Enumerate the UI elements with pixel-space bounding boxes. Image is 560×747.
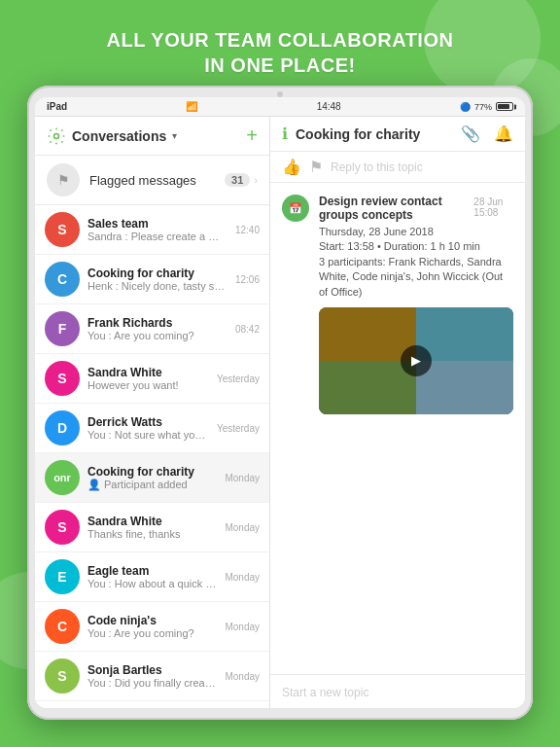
avatar: S xyxy=(45,658,80,694)
video-cell xyxy=(319,361,416,414)
avatar: F xyxy=(45,311,80,346)
camera-dot xyxy=(277,91,283,97)
avatar: S xyxy=(45,361,80,396)
flag-icon: ⚑ xyxy=(47,163,80,196)
conv-name: Eagle team xyxy=(88,564,217,578)
new-conversation-button[interactable]: + xyxy=(246,124,258,147)
participant-icon: 👤 xyxy=(88,479,101,491)
chevron-down-icon: ▾ xyxy=(172,130,177,141)
video-cell xyxy=(416,361,513,414)
conversations-label: Conversations xyxy=(72,128,166,144)
conv-time: 08:42 xyxy=(235,324,260,335)
ipad-frame: iPad 📶 14:48 🔵 77% xyxy=(27,86,533,720)
conv-preview: You : Are you coming? xyxy=(88,330,228,341)
status-bar: iPad 📶 14:48 🔵 77% xyxy=(35,97,525,117)
bottom-bar: Start a new topic xyxy=(270,674,525,708)
conv-preview: Thanks fine, thanks xyxy=(88,528,217,540)
list-item[interactable]: D Derrick Watts You : Not sure what you … xyxy=(35,404,269,453)
battery-pct: 77% xyxy=(474,102,492,112)
conv-info: Sandra White Thanks fine, thanks xyxy=(88,515,217,540)
header-text: ALL YOUR TEAM COLLABORATION IN ONE PLACE… xyxy=(0,27,560,78)
flagged-label: Flagged messages xyxy=(89,173,196,188)
conv-info: Code ninja's You : Are you coming? xyxy=(88,614,217,639)
avatar: C xyxy=(45,609,80,644)
conv-preview: You : Not sure what you mean xyxy=(88,429,209,441)
flagged-right: 31 › xyxy=(225,173,258,187)
conv-name: Cooking for charity xyxy=(88,465,217,479)
video-cell xyxy=(416,307,513,361)
conv-time: Monday xyxy=(225,473,260,483)
list-item[interactable]: S Sales team Sandra : Please create a me… xyxy=(35,205,269,255)
attachment-icon[interactable]: 📎 xyxy=(461,124,480,143)
flag-button[interactable]: ⚑ xyxy=(309,158,323,176)
main-content: Conversations ▾ + ⚑ Flagged messages 31 … xyxy=(35,117,525,708)
right-panel: ℹ Cooking for charity 📎 🔔 👍 ⚑ Reply to t… xyxy=(270,117,525,708)
conv-preview: You : Did you finally created the re... xyxy=(88,677,217,689)
list-item[interactable]: onr Cooking for charity 👤 Participant ad… xyxy=(35,453,269,503)
list-item[interactable]: C Cooking for charity Henk : Nicely done… xyxy=(35,255,269,304)
bluetooth-icon: 🔵 xyxy=(460,102,471,112)
conv-time: Monday xyxy=(225,522,260,533)
conv-name: Sales team xyxy=(88,217,228,231)
info-icon[interactable]: ℹ xyxy=(282,124,288,143)
avatar: onr xyxy=(45,460,80,495)
conv-info: Sonja Bartles You : Did you finally crea… xyxy=(88,663,217,689)
list-item[interactable]: J John Wiccick (Out of ... You : Thanks … xyxy=(35,701,269,708)
new-topic-input[interactable]: Start a new topic xyxy=(282,686,368,699)
conv-name: Code ninja's xyxy=(88,614,217,627)
avatar: E xyxy=(45,559,80,594)
sidebar-header: Conversations ▾ + xyxy=(35,117,269,156)
wifi-icon: 📶 xyxy=(186,101,197,112)
bell-icon[interactable]: 🔔 xyxy=(494,124,513,143)
conv-name: Frank Richards xyxy=(88,316,228,330)
message-header: Design review contact groups concepts 28… xyxy=(319,195,513,222)
message-item: 📅 Design review contact groups concepts … xyxy=(282,195,513,414)
conv-preview-participant: 👤 Participant added xyxy=(88,479,217,491)
list-item[interactable]: C Code ninja's You : Are you coming? Mon… xyxy=(35,602,269,652)
reply-placeholder[interactable]: Reply to this topic xyxy=(331,160,513,174)
conversation-list: S Sales team Sandra : Please create a me… xyxy=(35,205,269,708)
battery-icon xyxy=(496,102,513,111)
status-device: iPad xyxy=(47,101,67,112)
thumbs-up-icon[interactable]: 👍 xyxy=(282,158,301,176)
conv-preview: You : Are you coming? xyxy=(88,627,217,639)
conv-name: Cooking for charity xyxy=(88,267,228,280)
play-button[interactable]: ▶ xyxy=(401,345,432,376)
messages-area: 📅 Design review contact groups concepts … xyxy=(270,183,525,674)
conv-time: 12:40 xyxy=(235,225,260,235)
avatar: C xyxy=(45,262,80,297)
message-content: Design review contact groups concepts 28… xyxy=(319,195,513,414)
header-icons: 📎 🔔 xyxy=(461,124,513,143)
conv-time: Monday xyxy=(225,671,260,682)
list-item[interactable]: S Sandra White Thanks fine, thanks Monda… xyxy=(35,503,269,552)
list-item[interactable]: F Frank Richards You : Are you coming? 0… xyxy=(35,304,269,354)
arrow-right-icon: › xyxy=(254,174,258,186)
conv-name: Sonja Bartles xyxy=(88,663,217,677)
message-text: Thursday, 28 June 2018 Start: 13:58 • Du… xyxy=(319,225,513,300)
conv-time: Yesterday xyxy=(217,423,260,434)
right-panel-header: ℹ Cooking for charity 📎 🔔 xyxy=(270,117,525,152)
message-avatar: 📅 xyxy=(282,195,309,222)
conv-preview: Henk : Nicely done, tasty stuff xyxy=(88,280,228,292)
conv-time: Monday xyxy=(225,572,260,583)
video-thumbnail[interactable]: ▶ xyxy=(319,307,513,414)
avatar: S xyxy=(45,510,80,545)
conv-info: Derrick Watts You : Not sure what you me… xyxy=(88,415,209,441)
conv-name: Sandra White xyxy=(88,515,217,528)
gear-icon[interactable] xyxy=(47,126,66,146)
sidebar: Conversations ▾ + ⚑ Flagged messages 31 … xyxy=(35,117,270,708)
conv-time: 12:06 xyxy=(235,274,260,285)
list-item[interactable]: S Sandra White However you want! Yesterd… xyxy=(35,354,269,404)
flagged-messages-row[interactable]: ⚑ Flagged messages 31 › xyxy=(35,156,269,205)
ipad-inner: iPad 📶 14:48 🔵 77% xyxy=(35,97,525,708)
conv-info: Eagle team You : How about a quick call? xyxy=(88,564,217,589)
avatar: D xyxy=(45,410,80,445)
conv-preview: However you want! xyxy=(88,379,209,391)
list-item[interactable]: S Sonja Bartles You : Did you finally cr… xyxy=(35,652,269,701)
conv-info: Sales team Sandra : Please create a meet… xyxy=(88,217,228,242)
conv-info: Cooking for charity 👤 Participant added xyxy=(88,465,217,491)
status-time: 14:48 xyxy=(317,101,341,112)
list-item[interactable]: E Eagle team You : How about a quick cal… xyxy=(35,552,269,602)
conv-name: Derrick Watts xyxy=(88,415,209,429)
conv-time: Monday xyxy=(225,622,260,632)
